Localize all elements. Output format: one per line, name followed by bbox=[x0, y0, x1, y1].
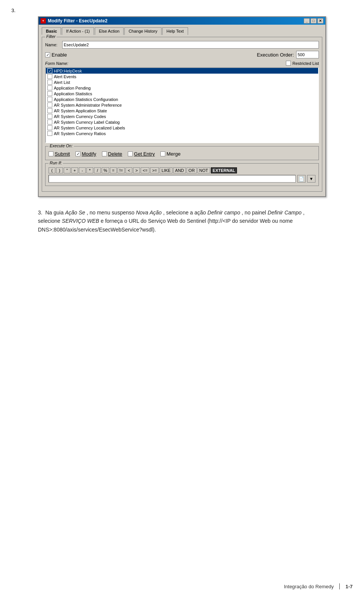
list-item[interactable]: AR System Currency Localized Labels bbox=[46, 125, 318, 131]
list-item-checkbox[interactable] bbox=[47, 97, 52, 102]
enable-left: ✓ Enable bbox=[45, 52, 67, 58]
desc-part3: , selecione a ação bbox=[163, 210, 207, 216]
delete-checkbox[interactable] bbox=[102, 151, 107, 156]
restricted-list-checkbox[interactable] bbox=[286, 61, 291, 66]
list-item-checkbox[interactable]: ✓ bbox=[47, 68, 52, 73]
run-if-input[interactable] bbox=[49, 175, 296, 183]
run-btn-lesseq[interactable]: <= bbox=[141, 167, 149, 173]
list-item-label: AR System Currency Localized Labels bbox=[54, 126, 125, 130]
run-if-dropdown-btn[interactable]: ▼ bbox=[307, 175, 315, 183]
run-btn-greatereq[interactable]: >= bbox=[150, 167, 159, 173]
tab-if-action[interactable]: If Action - (1) bbox=[62, 27, 94, 35]
title-bar-controls: _ □ ✕ bbox=[304, 18, 323, 24]
list-item[interactable]: Alert Events bbox=[46, 74, 318, 79]
list-item-label: Application Statistics Configuration bbox=[54, 97, 118, 102]
list-item[interactable]: Application Pending bbox=[46, 85, 318, 91]
run-btn-divide[interactable]: / bbox=[94, 167, 101, 173]
list-item-checkbox[interactable] bbox=[47, 108, 52, 113]
execute-on-title: Execute On: bbox=[49, 143, 74, 148]
list-item-checkbox[interactable] bbox=[47, 80, 52, 85]
step-number: 3. bbox=[11, 8, 353, 13]
name-input[interactable] bbox=[62, 41, 319, 49]
merge-label: Merge bbox=[166, 151, 180, 157]
list-item[interactable]: AR System Application State bbox=[46, 108, 318, 113]
footer-divider bbox=[339, 583, 340, 589]
run-btn-minus[interactable]: - bbox=[79, 167, 86, 173]
run-btn-open-paren[interactable]: ( bbox=[49, 167, 55, 173]
page-footer: Integração do Remedy 1-7 bbox=[284, 583, 353, 589]
tab-change-history[interactable]: Change History bbox=[124, 27, 162, 35]
close-button[interactable]: ✕ bbox=[317, 18, 323, 24]
modify-label: Modify bbox=[82, 151, 96, 157]
restricted-list-label: Restricted List bbox=[292, 61, 319, 66]
list-item-checkbox[interactable] bbox=[47, 131, 52, 136]
modify-option: ✓ Modify bbox=[75, 151, 96, 157]
merge-checkbox[interactable] bbox=[160, 151, 165, 156]
list-item[interactable]: AR System Currency Label Catalog bbox=[46, 119, 318, 125]
title-bar: + Modify Filter - EsecUpdate2 _ □ ✕ bbox=[39, 17, 325, 25]
run-btn-multiply[interactable]: * bbox=[86, 167, 93, 173]
desc-italic2: Nova Ação bbox=[136, 210, 162, 216]
submit-option: Submit bbox=[49, 151, 70, 157]
list-box-inner: ✓ HPD:HelpDesk Alert Events Alert List bbox=[46, 68, 318, 136]
enable-checkbox[interactable]: ✓ bbox=[45, 52, 50, 57]
footer-book-title: Integração do Remedy bbox=[284, 584, 334, 589]
list-item[interactable]: AR System Currency Codes bbox=[46, 113, 318, 119]
list-item-label: HPD:HelpDesk bbox=[54, 69, 82, 73]
run-btn-equals[interactable]: = bbox=[110, 167, 117, 173]
run-if-document-btn[interactable]: 📄 bbox=[297, 175, 306, 183]
list-item[interactable]: AR System Administrator Preference bbox=[46, 102, 318, 108]
run-if-buttons: ( ) " + - * / % = != < > <= >= L bbox=[49, 167, 315, 173]
desc-step: 3. bbox=[38, 210, 44, 216]
list-item[interactable]: Application Statistics Configuration bbox=[46, 96, 318, 102]
description-text: 3. Na guia Ação Se , no menu suspenso No… bbox=[38, 208, 326, 234]
get-entry-option: Get Entry bbox=[128, 151, 155, 157]
list-item[interactable]: Alert List bbox=[46, 79, 318, 85]
exec-order-input[interactable] bbox=[296, 51, 319, 58]
modify-checkbox[interactable]: ✓ bbox=[75, 151, 80, 156]
run-btn-percent[interactable]: % bbox=[102, 167, 109, 173]
list-item-checkbox[interactable] bbox=[47, 120, 52, 124]
list-item-checkbox[interactable] bbox=[47, 74, 52, 79]
run-btn-close-paren[interactable]: ) bbox=[56, 167, 63, 173]
execute-on-group-box: Execute On: Submit ✓ Modify Delete bbox=[45, 146, 319, 160]
desc-italic1: Ação Se bbox=[65, 210, 85, 216]
form-name-row: Form Name: Restricted List bbox=[45, 61, 319, 66]
run-if-title: Run If: bbox=[49, 161, 63, 165]
run-btn-greater[interactable]: > bbox=[133, 167, 140, 173]
form-list-box[interactable]: ✓ HPD:HelpDesk Alert Events Alert List bbox=[45, 67, 319, 143]
run-btn-quote[interactable]: " bbox=[64, 167, 71, 173]
run-btn-or[interactable]: OR bbox=[187, 167, 197, 173]
run-btn-and[interactable]: AND bbox=[173, 167, 186, 173]
run-btn-notequals[interactable]: != bbox=[118, 167, 125, 173]
desc-italic4: Definir Campo bbox=[268, 210, 301, 216]
run-if-group-box: Run If: ( ) " + - * / % = != < > bbox=[45, 163, 319, 186]
get-entry-checkbox[interactable] bbox=[128, 151, 133, 156]
run-if-input-row: 📄 ▼ bbox=[49, 175, 315, 183]
list-item-checkbox[interactable] bbox=[47, 114, 52, 119]
list-item-checkbox[interactable] bbox=[47, 125, 52, 130]
app-icon: + bbox=[41, 18, 46, 24]
list-item[interactable]: ✓ HPD:HelpDesk bbox=[46, 68, 318, 74]
list-item-label: Application Statistics bbox=[54, 91, 92, 96]
run-btn-plus[interactable]: + bbox=[71, 167, 78, 173]
list-item-checkbox[interactable] bbox=[47, 91, 52, 96]
list-item-checkbox[interactable] bbox=[47, 102, 52, 107]
desc-italic3: Definir campo bbox=[207, 210, 240, 216]
list-item-checkbox[interactable] bbox=[47, 85, 52, 90]
dialog-content: Basic If Action - (1) Else Action Change… bbox=[39, 25, 325, 196]
submit-checkbox[interactable] bbox=[49, 151, 53, 156]
tab-basic[interactable]: Basic bbox=[42, 27, 61, 35]
list-item[interactable]: AR System Currency Ratios bbox=[46, 131, 318, 136]
run-btn-external[interactable]: EXTERNAL bbox=[211, 167, 237, 173]
run-btn-like[interactable]: LIKE bbox=[160, 167, 173, 173]
tab-else-action[interactable]: Else Action bbox=[95, 27, 124, 35]
form-name-label: Form Name: bbox=[45, 61, 68, 66]
run-btn-less[interactable]: < bbox=[126, 167, 132, 173]
run-btn-not[interactable]: NOT bbox=[198, 167, 210, 173]
tab-help-text[interactable]: Help Text bbox=[162, 27, 188, 35]
maximize-button[interactable]: □ bbox=[311, 18, 317, 24]
minimize-button[interactable]: _ bbox=[304, 18, 310, 24]
list-item[interactable]: Application Statistics bbox=[46, 91, 318, 96]
filter-group-box: Filter Name: ✓ Enable Execution Order: bbox=[42, 37, 322, 192]
